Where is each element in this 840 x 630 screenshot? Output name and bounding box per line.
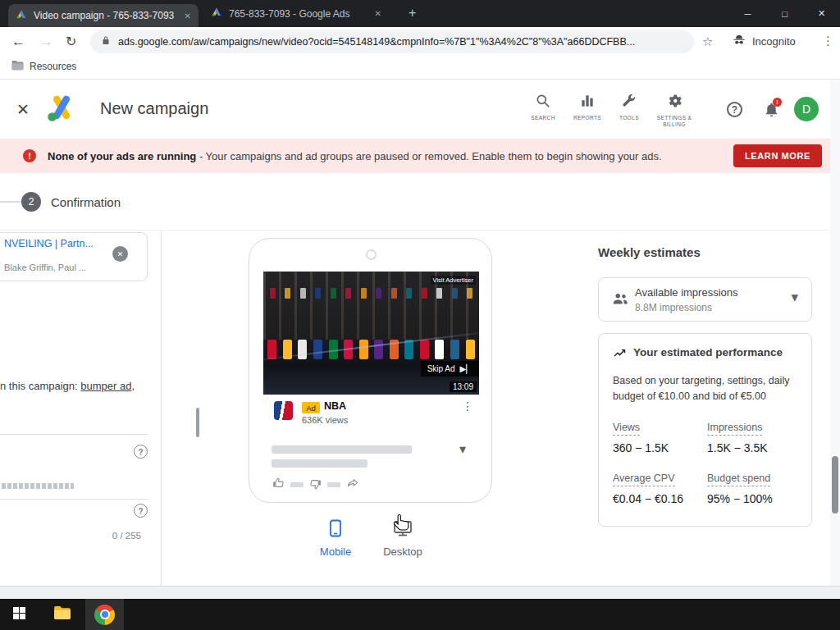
skeleton-bar: [272, 445, 412, 454]
file-explorer-button[interactable]: [43, 599, 81, 630]
people-icon: [611, 290, 629, 311]
avatar[interactable]: D: [794, 97, 819, 121]
chevron-down-icon[interactable]: ▾: [459, 441, 466, 457]
close-campaign-icon[interactable]: ✕: [16, 100, 30, 119]
window-close-icon[interactable]: ✕: [803, 0, 840, 27]
notifications-bell[interactable]: !: [763, 101, 780, 121]
bookmark-resources[interactable]: Resources: [11, 60, 76, 73]
hand-cursor: [391, 513, 413, 537]
help-icon[interactable]: ?: [727, 102, 742, 117]
google-ads-favicon: [16, 9, 27, 23]
field-underline: [0, 434, 148, 435]
left-panel: NVEILING | Partn... Blake Griffin, Paul …: [0, 231, 161, 586]
player-jersey: [267, 340, 276, 359]
browser-tab-inactive[interactable]: 765-833-7093 - Google Ads ✕: [203, 0, 389, 27]
available-impressions-card[interactable]: Available impressions 8.8M impressions ▾: [598, 277, 812, 322]
expand-chevron-icon[interactable]: ▾: [791, 289, 798, 306]
window-minimize-icon[interactable]: ─: [729, 0, 766, 27]
player-jersey: [420, 340, 429, 359]
hanging-row: [270, 288, 472, 299]
bookmark-label: Resources: [30, 61, 76, 72]
metric-value: €0.04 − €0.16: [613, 492, 705, 505]
metric-label[interactable]: Impressions: [707, 422, 762, 436]
page-title: New campaign: [100, 99, 208, 118]
forward-icon[interactable]: →: [39, 34, 53, 50]
video-link[interactable]: NVEILING | Partn...: [4, 238, 104, 249]
share-icon[interactable]: [345, 477, 360, 493]
estimated-performance-card: Your estimated performance Based on your…: [598, 333, 812, 527]
hanging-jersey: [406, 288, 412, 299]
tab-close-icon[interactable]: ✕: [375, 9, 381, 18]
browser-tab-active[interactable]: Video campaign - 765-833-7093 ✕: [8, 4, 199, 27]
thumbs-down-icon[interactable]: [308, 477, 322, 491]
preview-scrollbar-thumb[interactable]: [196, 408, 199, 437]
mobile-phone-icon: [327, 526, 344, 540]
desktop-toggle-label: Desktop: [378, 546, 427, 558]
player-jersey: [450, 340, 459, 359]
nav-settings-billing[interactable]: SETTINGS & BILLING: [650, 93, 699, 129]
hanging-jersey: [315, 288, 321, 299]
metric-label[interactable]: Average CPV: [613, 472, 675, 486]
hanging-jersey: [285, 288, 290, 299]
nav-tools[interactable]: TOOLS: [608, 93, 651, 121]
metric-label[interactable]: Views: [613, 422, 640, 436]
new-tab-button[interactable]: +: [409, 6, 416, 21]
video-actions-row: [272, 476, 360, 493]
nav-reports[interactable]: REPORTS: [566, 93, 609, 121]
google-ads-favicon: [211, 7, 222, 21]
player-jersey: [313, 340, 322, 359]
chrome-taskbar-button[interactable]: [85, 599, 124, 630]
nav-search[interactable]: SEARCH: [522, 93, 564, 121]
fine-print-placeholder: [2, 483, 74, 489]
field-help-icon[interactable]: ?: [134, 504, 148, 518]
notification-badge: !: [773, 98, 782, 107]
skeleton-bar: [272, 459, 368, 468]
url-text: ads.google.com/aw/campaigns/new/video?oc…: [118, 36, 683, 48]
step-label[interactable]: Confirmation: [51, 195, 121, 209]
channel-avatar: [274, 401, 293, 420]
phone-mockup: Visit Advertiser Skip Ad ▶▏ 13:09 Ad NBA…: [249, 238, 492, 503]
estimates-title: Weekly estimates: [598, 245, 701, 259]
start-button[interactable]: [0, 599, 39, 630]
char-counter: 0 / 255: [0, 531, 141, 541]
player-jersey: [298, 340, 307, 359]
address-bar[interactable]: ads.google.com/aw/campaigns/new/video?oc…: [90, 30, 694, 53]
mobile-toggle[interactable]: Mobile: [311, 519, 360, 558]
thumbs-up-icon[interactable]: [272, 476, 285, 493]
window-maximize-icon[interactable]: □: [766, 0, 803, 27]
video-duration: 13:09: [450, 381, 477, 392]
back-icon[interactable]: ←: [11, 34, 25, 50]
hanging-jersey: [331, 288, 336, 299]
visit-advertiser-label[interactable]: Visit Advertiser: [431, 276, 476, 285]
learn-more-button[interactable]: LEARN MORE: [733, 144, 822, 167]
metric-label[interactable]: Budget spend: [707, 472, 770, 486]
hanging-jersey: [300, 288, 306, 299]
stepper-connector: [0, 201, 21, 203]
file-explorer-icon: [53, 605, 71, 623]
metric-value: 95% − 100%: [707, 492, 799, 505]
remove-video-button[interactable]: ✕: [112, 246, 128, 262]
page-scrollbar-thumb[interactable]: [832, 456, 838, 514]
tab-close-icon[interactable]: ✕: [185, 11, 191, 21]
nav-settings-billing-label: SETTINGS & BILLING: [650, 115, 699, 129]
skip-ad-button[interactable]: Skip Ad ▶▏: [421, 361, 479, 377]
campaign-note: n this campaign: bumper ad,: [0, 380, 156, 392]
reload-icon[interactable]: ↻: [66, 34, 76, 49]
nav-tools-label: TOOLS: [608, 115, 651, 121]
nav-reports-label: REPORTS: [566, 115, 609, 121]
windows-logo-icon: [13, 607, 25, 623]
window-controls: ─ □ ✕: [729, 0, 840, 27]
bumper-ad-link[interactable]: bumper ad: [80, 380, 131, 392]
skip-icon: ▶▏: [460, 364, 472, 373]
bookmark-star-icon[interactable]: ☆: [702, 34, 713, 49]
kebab-menu-icon[interactable]: ⋮: [462, 399, 473, 413]
video-player-preview[interactable]: Visit Advertiser Skip Ad ▶▏ 13:09: [263, 272, 479, 395]
chrome-icon: [94, 605, 115, 625]
channel-name: NBA: [324, 400, 346, 412]
hanging-jersey: [361, 288, 367, 299]
browser-menu-icon[interactable]: ⋮: [822, 34, 834, 48]
phone-camera-dot: [366, 249, 377, 260]
impressions-value: 8.8M impressions: [635, 302, 712, 313]
metric-impressions: Impressions 1.5K − 3.5K: [707, 419, 799, 454]
field-help-icon[interactable]: ?: [134, 445, 148, 459]
